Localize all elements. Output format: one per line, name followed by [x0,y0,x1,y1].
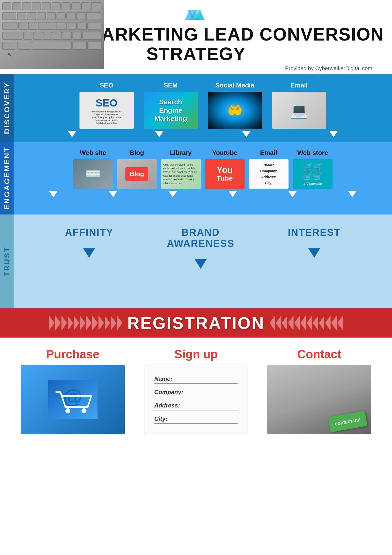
discovery-section: DISCOVERY SEO SEO Web design strategy BL… [0,74,392,142]
engagement-item-youtube: Youtube You Tube [205,149,245,189]
webstore-label: Web store [297,149,328,157]
library-image: ything that is inside in some media prod… [161,159,201,189]
discovery-label: DISCOVERY [0,77,13,139]
youtube-logo: You Tube [214,165,235,183]
youtube-word1: You [217,166,233,174]
email2-label: Email [260,149,277,157]
youtube-label: Youtube [212,149,237,157]
chev2 [55,316,61,330]
email-address-line: Address: [261,175,276,179]
contact-us-button[interactable]: contact us! [328,411,367,432]
chevr1 [270,316,275,330]
chevr5 [294,316,300,330]
discovery-content: SEO SEO Web design strategy BLOG keyword… [14,74,392,142]
registration-section: REGISTRATION [0,308,392,338]
arrow-social [242,131,251,137]
arrow-email [329,131,338,137]
chev6 [80,316,85,330]
chev9 [98,316,104,330]
discovery-item-sem: SEM Search Engine Marketing [144,82,198,129]
trust-items: AFFINITY BRAND AWARENESS INTEREST [14,214,392,308]
affinity-arrow [83,248,95,258]
signup-form: Name: Company: Address: City: [144,365,248,434]
chev5 [74,316,79,330]
signup-name-label: Name: [154,375,238,382]
sem-image: Search Engine Marketing [144,92,198,129]
chev7 [86,316,92,330]
chev8 [92,316,98,330]
chev3 [61,316,67,330]
trust-item-interest: INTEREST [288,227,341,258]
blog-btn-text: Blog [125,167,149,181]
chev10 [105,316,110,330]
arrow-seo [68,131,77,137]
cart-symbol-icon: @ [21,365,125,434]
engagement-section: ENGAGEMENT Web site ⌨️ Blog Blog [0,142,392,214]
website-image: ⌨️ [73,159,113,189]
social-label: Social Media [216,82,255,89]
conversion-section: Purchase @ [0,338,392,449]
conversion-purchase: Purchase @ [15,347,131,434]
engagement-items-row: Web site ⌨️ Blog Blog Library ything tha… [14,142,392,189]
left-chevrons-row [49,316,122,330]
trust-item-affinity: AFFINITY [65,227,113,258]
engagement-content: Web site ⌨️ Blog Blog Library ything tha… [14,142,392,214]
blog-key: Blog [117,159,157,189]
discovery-arrows [14,129,392,142]
trust-section: TRUST AFFINITY BRAND AWARENESS INTEREST [0,214,392,308]
engagement-arrows [14,189,392,202]
arrow-email2 [288,191,297,197]
trust-label-container: TRUST [0,214,14,308]
signup-label: Sign up [174,347,218,361]
engagement-item-webstore: Web store 🛒🛒🛒🛒 E-Commerce [293,149,333,189]
purchase-label: Purchase [46,347,99,361]
chevr3 [282,316,287,330]
signup-field-address: Address: [154,402,238,410]
social-hand-icon: 🤲 [227,103,243,117]
signup-city-label: City: [154,415,238,422]
signup-name-line [154,383,238,384]
signup-field-company: Company: [154,389,238,397]
conversion-signup: Sign up Name: Company: Address: [138,347,254,434]
brand-label: BRAND AWARENESS [167,227,235,249]
email-company-line: Company: [260,169,277,173]
svg-point-8 [81,408,86,413]
seo-words: Web design strategy BLOG keywords forum … [92,110,121,125]
chev12 [117,316,122,330]
logo-icon [185,7,207,22]
contact-label: Contact [297,347,341,361]
discovery-item-email: Email 💻 [272,82,326,129]
chev4 [68,316,73,330]
library-label: Library [170,149,192,157]
webstore-image: 🛒🛒🛒🛒 E-Commerce [293,159,333,189]
chevr2 [276,316,281,330]
engagement-item-blog: Blog Blog [117,149,157,189]
signup-company-label: Company: [154,389,238,396]
social-image: 🤲 [208,92,262,129]
discovery-items-row: SEO SEO Web design strategy BLOG keyword… [14,74,392,129]
trust-content: AFFINITY BRAND AWARENESS INTEREST [14,214,392,308]
chevrons-right [265,316,392,330]
chevr4 [288,316,294,330]
discovery-label-container: DISCOVERY [0,74,14,142]
email-city-line: City: [265,181,273,185]
chevr10 [325,316,331,330]
purchase-image: @ [21,365,125,434]
signup-field-city: City: [154,415,238,424]
sem-label: SEM [164,82,177,89]
chevrons-left [0,316,127,330]
youtube-image: You Tube [205,159,245,189]
signup-image: Name: Company: Address: City: [144,365,248,434]
discovery-item-seo: SEO SEO Web design strategy BLOG keyword… [79,82,134,129]
email-label: Email [291,82,308,89]
svg-point-7 [65,408,70,413]
chevr6 [300,316,306,330]
arrow-youtube [228,191,237,197]
trust-label: TRUST [0,242,13,281]
engagement-label: ENGAGEMENT [0,142,13,214]
signup-company-line [154,397,238,397]
interest-arrow [308,248,320,258]
brand-arrow [195,259,207,269]
chevr12 [337,316,343,330]
signup-address-line [154,410,238,410]
